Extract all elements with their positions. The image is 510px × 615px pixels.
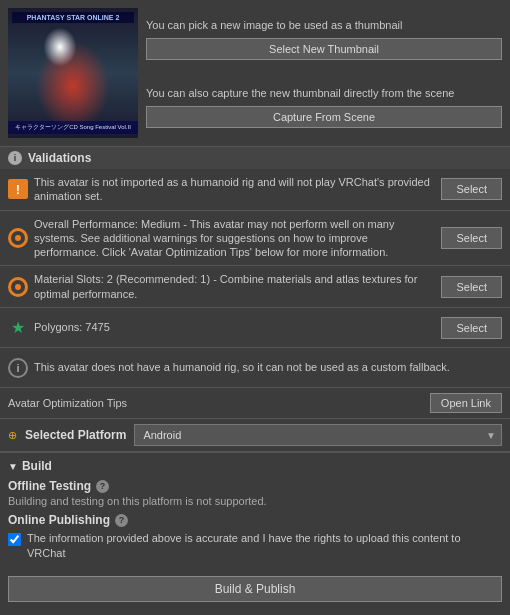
- validation-item-0: ! This avatar is not imported as a human…: [0, 169, 510, 211]
- validation-text-4: This avatar does not have a humanoid rig…: [34, 360, 502, 374]
- open-link-button[interactable]: Open Link: [430, 393, 502, 413]
- select-thumbnail-button[interactable]: Select New Thumbnail: [146, 38, 502, 60]
- thumbnail-section: PHANTASY STAR ONLINE 2 キャラクターソングCD Song …: [0, 0, 510, 146]
- avatar-tips-label: Avatar Optimization Tips: [8, 397, 127, 409]
- offline-testing-subsection: Offline Testing ? Building and testing o…: [8, 479, 502, 507]
- validation-item-4: i This avatar does not have a humanoid r…: [0, 348, 510, 388]
- platform-select-wrapper: Android PC ▼: [134, 424, 502, 446]
- warning-icon: !: [8, 179, 28, 199]
- platform-select[interactable]: Android PC: [134, 424, 502, 446]
- offline-testing-help-icon[interactable]: ?: [96, 480, 109, 493]
- select-button-1[interactable]: Select: [441, 227, 502, 249]
- select-button-2[interactable]: Select: [441, 276, 502, 298]
- offline-testing-title: Offline Testing: [8, 479, 91, 493]
- online-publishing-title: Online Publishing: [8, 513, 110, 527]
- star-icon: ★: [8, 318, 28, 338]
- validation-text-1: Overall Performance: Medium - This avata…: [34, 217, 435, 260]
- build-section: ▼ Build Offline Testing ? Building and t…: [0, 452, 510, 608]
- build-publish-button[interactable]: Build & Publish: [8, 576, 502, 602]
- checkbox-row: The information provided above is accura…: [8, 531, 502, 562]
- game-subtitle-overlay: キャラクターソングCD Song Festival Vol.II: [8, 121, 138, 134]
- validation-text-2: Material Slots: 2 (Recommended: 1) - Com…: [34, 272, 435, 301]
- online-publishing-help-icon[interactable]: ?: [115, 514, 128, 527]
- validations-list: ! This avatar is not imported as a human…: [0, 169, 510, 388]
- terms-checkbox-label: The information provided above is accura…: [27, 531, 502, 562]
- medium-material-icon: [8, 277, 28, 297]
- thumbnail-info-1: You can pick a new image to be used as a…: [146, 18, 502, 33]
- online-publishing-header: Online Publishing ?: [8, 513, 502, 527]
- validation-item-3: ★ Polygons: 7475 Select: [0, 308, 510, 348]
- validations-title: Validations: [28, 151, 91, 165]
- validations-info-icon: i: [8, 151, 22, 165]
- avatar-tips-row: Avatar Optimization Tips Open Link: [0, 388, 510, 419]
- offline-testing-header: Offline Testing ?: [8, 479, 502, 493]
- build-section-header: ▼ Build: [8, 459, 502, 473]
- thumbnail-image: PHANTASY STAR ONLINE 2 キャラクターソングCD Song …: [8, 8, 138, 138]
- build-title: Build: [22, 459, 52, 473]
- offline-testing-text: Building and testing on this platform is…: [8, 495, 502, 507]
- thumbnail-info-2: You can also capture the new thumbnail d…: [146, 86, 502, 101]
- platform-label: Selected Platform: [25, 428, 126, 442]
- online-publishing-subsection: Online Publishing ? The information prov…: [8, 513, 502, 562]
- validation-text-0: This avatar is not imported as a humanoi…: [34, 175, 435, 204]
- medium-performance-icon: [8, 228, 28, 248]
- build-collapse-icon[interactable]: ▼: [8, 461, 18, 472]
- select-button-0[interactable]: Select: [441, 178, 502, 200]
- validation-text-3: Polygons: 7475: [34, 320, 435, 334]
- platform-icon: ⊕: [8, 429, 17, 442]
- info-circle-icon: i: [8, 358, 28, 378]
- thumbnail-actions: You can pick a new image to be used as a…: [146, 8, 502, 138]
- capture-from-scene-button[interactable]: Capture From Scene: [146, 106, 502, 128]
- terms-checkbox[interactable]: [8, 533, 21, 546]
- platform-row: ⊕ Selected Platform Android PC ▼: [0, 419, 510, 452]
- select-button-3[interactable]: Select: [441, 317, 502, 339]
- validations-section-header: i Validations: [0, 146, 510, 169]
- game-title-overlay: PHANTASY STAR ONLINE 2: [12, 12, 134, 23]
- validation-item-2: Material Slots: 2 (Recommended: 1) - Com…: [0, 266, 510, 308]
- validation-item-1: Overall Performance: Medium - This avata…: [0, 211, 510, 267]
